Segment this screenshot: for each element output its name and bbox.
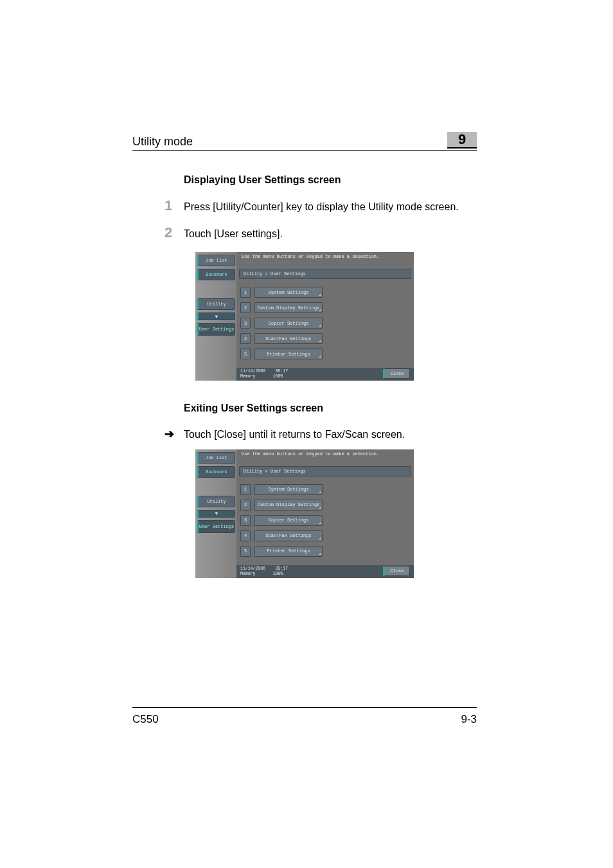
tab-user-settings[interactable]: User Settings xyxy=(197,520,235,533)
screenshot-user-settings: Job List Bookmark Utility ▼ User Setting… xyxy=(195,252,414,381)
footer-page: 9-3 xyxy=(461,713,477,726)
close-button[interactable]: Close xyxy=(383,566,410,576)
menu-label: System Settings xyxy=(254,287,323,298)
step-text: Press [Utility/Counter] key to display t… xyxy=(184,199,477,214)
footer-memory-label: Memory xyxy=(240,374,255,379)
screenshot-main: Use the menu buttons or keypad to make a… xyxy=(236,449,414,578)
tab-user-settings[interactable]: User Settings xyxy=(197,323,235,336)
menu-item-2[interactable]: 2 Custom Display Settings xyxy=(240,500,323,511)
tab-job-list[interactable]: Job List xyxy=(197,452,235,464)
menu-index: 4 xyxy=(240,530,251,541)
screenshot-message: Use the menu buttons or keypad to make a… xyxy=(242,254,379,259)
tab-bookmark[interactable]: Bookmark xyxy=(197,269,235,280)
menu-label: Copier Settings xyxy=(254,318,323,329)
footer-time: 05:17 xyxy=(276,566,289,571)
footer-model: C550 xyxy=(132,713,159,726)
menu-index: 3 xyxy=(240,515,251,526)
footer-memory-label: Memory xyxy=(240,572,255,576)
menu-label: Scan/Fax Settings xyxy=(254,333,323,344)
tab-utility[interactable]: Utility xyxy=(197,496,235,507)
breadcrumb: Utility > User Settings xyxy=(239,269,411,279)
menu-item-1[interactable]: 1 System Settings xyxy=(240,484,323,495)
menu-label: Printer Settings xyxy=(254,546,323,557)
footer-time: 05:17 xyxy=(276,369,289,374)
step-number: 2 xyxy=(164,226,184,240)
menu-index: 2 xyxy=(240,500,251,511)
section-title-display: Displaying User Settings screen xyxy=(184,174,477,186)
down-arrow-icon[interactable]: ▼ xyxy=(197,510,235,518)
menu-index: 5 xyxy=(240,546,251,557)
tab-job-list[interactable]: Job List xyxy=(197,255,235,266)
menu-item-3[interactable]: 3 Copier Settings xyxy=(240,515,323,526)
screenshot-user-settings-2: Job List Bookmark Utility ▼ User Setting… xyxy=(195,449,414,578)
header-title: Utility mode xyxy=(132,135,193,149)
menu-label: System Settings xyxy=(254,484,323,495)
step-number: 1 xyxy=(164,199,184,213)
menu-label: Copier Settings xyxy=(254,515,323,526)
footer-date: 11/14/2006 xyxy=(240,566,265,571)
arrow-step-text: Touch [Close] until it returns to Fax/Sc… xyxy=(184,427,477,442)
menu-item-5[interactable]: 5 Printer Settings xyxy=(240,348,323,359)
arrow-step: ➔ Touch [Close] until it returns to Fax/… xyxy=(164,427,477,442)
screenshot-main: Use the menu buttons or keypad to make a… xyxy=(236,252,414,381)
footer-memory-value: 100% xyxy=(273,572,283,576)
menu-label: Printer Settings xyxy=(254,348,323,359)
tab-utility[interactable]: Utility xyxy=(197,298,235,310)
footer-date: 11/14/2006 xyxy=(240,369,265,374)
menu-item-5[interactable]: 5 Printer Settings xyxy=(240,546,323,557)
menu-index: 1 xyxy=(240,484,251,495)
running-head: Utility mode 9 xyxy=(132,132,477,151)
menu-label: Custom Display Settings xyxy=(254,500,323,511)
screenshot-footer: 11/14/2006 05:17 Memory 100% Close xyxy=(236,565,414,578)
chapter-number-box: 9 xyxy=(447,132,477,149)
screenshot-footer: 11/14/2006 05:17 Memory 100% Close xyxy=(236,368,414,381)
menu-label: Scan/Fax Settings xyxy=(254,530,323,541)
screenshot-sidebar: Job List Bookmark Utility ▼ User Setting… xyxy=(195,252,236,381)
arrow-icon: ➔ xyxy=(164,427,184,441)
menu-index: 2 xyxy=(240,302,251,313)
footer-memory-value: 100% xyxy=(273,374,283,379)
page-footer: C550 9-3 xyxy=(132,707,477,726)
menu-index: 4 xyxy=(240,333,251,344)
down-arrow-icon[interactable]: ▼ xyxy=(197,312,235,320)
close-button[interactable]: Close xyxy=(383,368,410,379)
menu-index: 1 xyxy=(240,287,251,298)
step-text: Touch [User settings]. xyxy=(184,226,477,241)
menu-item-4[interactable]: 4 Scan/Fax Settings xyxy=(240,333,323,344)
step-1: 1 Press [Utility/Counter] key to display… xyxy=(164,199,477,214)
step-2: 2 Touch [User settings]. xyxy=(164,226,477,241)
chapter-number: 9 xyxy=(458,131,466,148)
breadcrumb: Utility > User Settings xyxy=(239,466,411,476)
menu-index: 3 xyxy=(240,318,251,329)
menu-index: 5 xyxy=(240,348,251,359)
tab-bookmark[interactable]: Bookmark xyxy=(197,466,235,478)
screenshot-message: Use the menu buttons or keypad to make a… xyxy=(242,451,379,457)
menu-item-2[interactable]: 2 Custom Display Settings xyxy=(240,302,323,313)
menu-item-3[interactable]: 3 Copier Settings xyxy=(240,318,323,329)
menu-item-1[interactable]: 1 System Settings xyxy=(240,287,323,298)
section-title-exit: Exiting User Settings screen xyxy=(184,402,477,414)
screenshot-sidebar: Job List Bookmark Utility ▼ User Setting… xyxy=(195,449,236,578)
menu-item-4[interactable]: 4 Scan/Fax Settings xyxy=(240,530,323,541)
menu-label: Custom Display Settings xyxy=(254,302,323,313)
